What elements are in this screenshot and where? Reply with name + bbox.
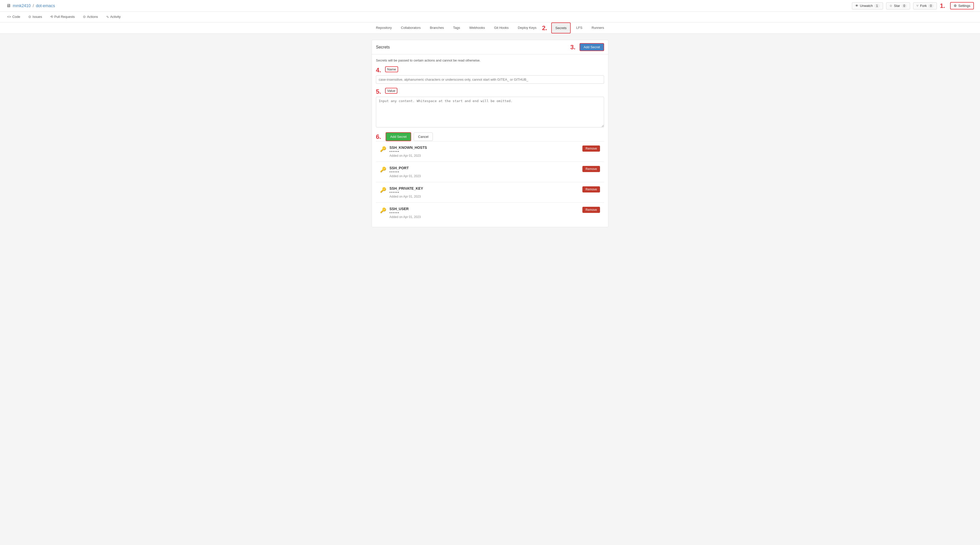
secret-item-ssh-known-hosts: 🔑 SSH_KNOWN_HOSTS •••••• Added on Apr 01…: [376, 141, 604, 162]
secret-name: SSH_USER: [390, 207, 421, 211]
annotation-2: 2.: [542, 24, 547, 32]
repo-link[interactable]: dot-emacs: [36, 3, 55, 8]
secret-name: SSH_KNOWN_HOSTS: [390, 145, 427, 150]
tab-git-hooks[interactable]: Git Hooks: [490, 23, 512, 33]
add-secret-header-button[interactable]: Add Secret: [579, 43, 604, 51]
main-content: Secrets 3. Add Secret Secrets will be pa…: [368, 40, 612, 227]
secret-date: Added on Apr 01, 2023: [390, 174, 421, 178]
subnav-actions[interactable]: ⊙ Actions: [82, 12, 99, 22]
subnav-activity[interactable]: ∿ Activity: [105, 12, 122, 22]
unwatch-button[interactable]: 👁 Unwatch 1: [852, 2, 883, 10]
tab-deploy-keys[interactable]: Deploy Keys: [514, 23, 540, 33]
tab-runners[interactable]: Runners: [588, 23, 608, 33]
code-icon: <>: [7, 15, 11, 19]
topbar: 🖥 mmk2410 / dot-emacs 👁 Unwatch 1 ☆ Star…: [0, 0, 980, 12]
card-body: Secrets will be passed to certain action…: [372, 54, 608, 227]
secrets-description: Secrets will be passed to certain action…: [376, 59, 604, 62]
secret-date: Added on Apr 01, 2023: [390, 195, 423, 198]
annotation-1: 1.: [940, 2, 945, 10]
secret-date: Added on Apr 01, 2023: [390, 154, 427, 158]
topbar-left: 🖥 mmk2410 / dot-emacs: [6, 3, 55, 8]
remove-ssh-private-key-button[interactable]: Remove: [582, 186, 600, 193]
settings-subnav: Repository Collaborators Branches Tags W…: [0, 22, 980, 34]
secret-value: ••••••: [390, 150, 427, 153]
secret-item-ssh-user: 🔑 SSH_USER •••••• Added on Apr 01, 2023 …: [376, 202, 604, 223]
subnav-code[interactable]: <> Code: [6, 12, 21, 22]
secret-name: SSH_PRIVATE_KEY: [390, 186, 423, 190]
secrets-card: Secrets 3. Add Secret Secrets will be pa…: [372, 40, 608, 227]
value-label: Value: [385, 88, 397, 94]
secret-value: ••••••: [390, 190, 423, 194]
secret-details: SSH_KNOWN_HOSTS •••••• Added on Apr 01, …: [390, 145, 427, 158]
value-form-group: 5. Value: [376, 88, 604, 128]
secret-info: 🔑 SSH_PORT •••••• Added on Apr 01, 2023: [380, 166, 421, 178]
star-count: 0: [902, 4, 907, 8]
annotation-6: 6.: [376, 133, 381, 140]
star-button[interactable]: ☆ Star 0: [886, 2, 910, 10]
star-label: Star: [894, 4, 900, 8]
tab-webhooks[interactable]: Webhooks: [466, 23, 488, 33]
repo-icon: 🖥: [6, 3, 11, 8]
subnav: <> Code ⊙ Issues ⟲ Pull Requests ⊙ Actio…: [0, 12, 980, 22]
tab-branches[interactable]: Branches: [426, 23, 447, 33]
tab-tags[interactable]: Tags: [449, 23, 463, 33]
key-icon: 🔑: [380, 146, 387, 152]
subnav-issues[interactable]: ⊙ Issues: [27, 12, 43, 22]
fork-count: 0: [928, 4, 934, 8]
fork-button[interactable]: ⑂ Fork 0: [913, 2, 937, 10]
secret-details: SSH_USER •••••• Added on Apr 01, 2023: [390, 207, 421, 219]
subnav-pullrequests[interactable]: ⟲ Pull Requests: [49, 12, 76, 22]
remove-ssh-known-hosts-button[interactable]: Remove: [582, 145, 600, 151]
tab-repository[interactable]: Repository: [372, 23, 395, 33]
add-secret-submit-button[interactable]: Add Secret: [386, 132, 411, 141]
topbar-actions: 👁 Unwatch 1 ☆ Star 0 ⑂ Fork 0 1. ⚙ Setti…: [852, 2, 974, 10]
pr-icon: ⟲: [50, 15, 53, 19]
annotation-3: 3.: [570, 44, 576, 51]
repo-separator: /: [33, 3, 34, 8]
key-icon: 🔑: [380, 187, 387, 193]
unwatch-icon: 👁: [855, 4, 859, 8]
issues-icon: ⊙: [28, 15, 31, 19]
secret-item-ssh-port: 🔑 SSH_PORT •••••• Added on Apr 01, 2023 …: [376, 162, 604, 182]
secret-info: 🔑 SSH_KNOWN_HOSTS •••••• Added on Apr 01…: [380, 145, 427, 158]
settings-label: Settings: [958, 4, 970, 8]
settings-button[interactable]: ⚙ Settings: [950, 2, 974, 10]
annotation-5: 5.: [376, 88, 381, 95]
key-icon: 🔑: [380, 207, 387, 214]
actions-icon: ⊙: [83, 15, 86, 19]
name-input[interactable]: [376, 75, 604, 84]
settings-icon: ⚙: [954, 4, 957, 8]
secret-value: ••••••: [390, 170, 421, 174]
secret-info: 🔑 SSH_PRIVATE_KEY •••••• Added on Apr 01…: [380, 186, 423, 198]
secret-info: 🔑 SSH_USER •••••• Added on Apr 01, 2023: [380, 207, 421, 219]
remove-ssh-user-button[interactable]: Remove: [582, 207, 600, 213]
value-textarea[interactable]: [376, 97, 604, 127]
unwatch-label: Unwatch: [860, 4, 873, 8]
card-header: Secrets 3. Add Secret: [372, 40, 608, 54]
remove-ssh-port-button[interactable]: Remove: [582, 166, 600, 172]
secret-details: SSH_PORT •••••• Added on Apr 01, 2023: [390, 166, 421, 178]
unwatch-count: 1: [874, 4, 880, 8]
tab-collaborators[interactable]: Collaborators: [397, 23, 424, 33]
annotation-4: 4.: [376, 67, 381, 74]
key-icon: 🔑: [380, 166, 387, 172]
cancel-button[interactable]: Cancel: [414, 132, 433, 141]
name-label: Name: [385, 66, 398, 72]
secret-details: SSH_PRIVATE_KEY •••••• Added on Apr 01, …: [390, 186, 423, 198]
secret-date: Added on Apr 01, 2023: [390, 215, 421, 219]
form-actions: 6. Add Secret Cancel: [376, 132, 604, 141]
tab-lfs[interactable]: LFS: [573, 23, 586, 33]
tab-secrets[interactable]: Secrets: [551, 22, 571, 33]
secret-item-ssh-private-key: 🔑 SSH_PRIVATE_KEY •••••• Added on Apr 01…: [376, 182, 604, 202]
fork-label: Fork: [920, 4, 927, 8]
card-title: Secrets: [376, 45, 390, 49]
secret-name: SSH_PORT: [390, 166, 421, 170]
activity-icon: ∿: [106, 15, 109, 19]
name-form-group: 4. Name: [376, 66, 604, 84]
user-link[interactable]: mmk2410: [13, 3, 30, 8]
star-icon: ☆: [889, 4, 892, 8]
secret-value: ••••••: [390, 211, 421, 215]
fork-icon: ⑂: [916, 4, 918, 8]
